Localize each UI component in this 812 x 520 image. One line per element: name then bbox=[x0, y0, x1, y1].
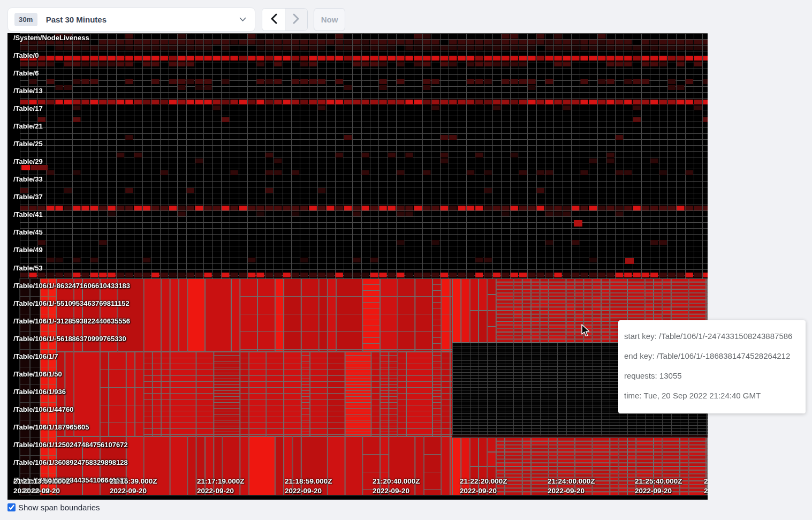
cell-tooltip: start key: /Table/106/1/-247433150824388… bbox=[618, 320, 806, 413]
now-button[interactable]: Now bbox=[314, 8, 345, 31]
tooltip-end-key: end key: /Table/106/1/-18683814745282642… bbox=[624, 346, 799, 366]
tooltip-time: time: Tue, 20 Sep 2022 21:24:40 GMT bbox=[624, 386, 799, 406]
chevron-down-icon bbox=[239, 17, 246, 22]
chevron-left-icon bbox=[270, 13, 277, 26]
tooltip-requests: requests: 13055 bbox=[624, 366, 799, 386]
prev-time-button[interactable] bbox=[262, 9, 285, 31]
time-nav-group bbox=[262, 8, 308, 31]
time-range-label: Past 30 Minutes bbox=[46, 15, 107, 24]
span-boundaries-control: Show span boundaries bbox=[7, 503, 100, 512]
key-visualizer-page: 30m Past 30 Minutes Now /System/NodeLive… bbox=[0, 0, 812, 520]
next-time-button[interactable] bbox=[285, 9, 307, 31]
tooltip-start-key: start key: /Table/106/1/-247433150824388… bbox=[624, 327, 799, 346]
key-visualizer-heatmap[interactable]: /System/NodeLiveness/Table/0/Table/6/Tab… bbox=[7, 33, 708, 500]
show-span-boundaries-label: Show span boundaries bbox=[18, 503, 100, 512]
time-range-badge: 30m bbox=[14, 13, 37, 26]
heatmap-canvas[interactable] bbox=[7, 33, 708, 500]
time-range-dropdown[interactable]: 30m Past 30 Minutes bbox=[7, 7, 255, 32]
chevron-right-icon bbox=[293, 13, 300, 26]
show-span-boundaries-checkbox[interactable] bbox=[7, 503, 16, 511]
